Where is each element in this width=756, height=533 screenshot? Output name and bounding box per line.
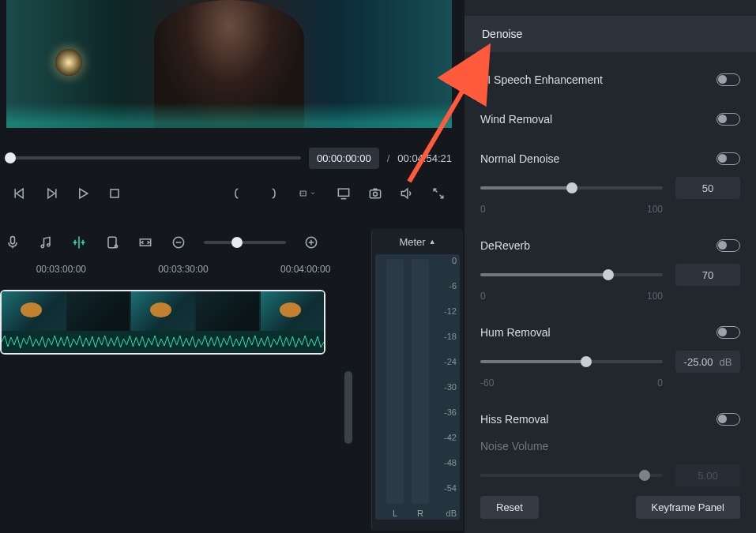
prev-frame-button[interactable] xyxy=(11,185,28,202)
svg-point-12 xyxy=(47,244,50,246)
clip-thumb xyxy=(131,291,194,331)
current-time[interactable]: 00:00:00:00 xyxy=(309,148,379,169)
music-note-icon[interactable] xyxy=(38,235,54,250)
cut-icon[interactable] xyxy=(71,235,87,250)
svg-point-11 xyxy=(41,245,43,247)
video-preview[interactable] xyxy=(6,0,452,128)
volume-icon[interactable] xyxy=(398,185,416,202)
hiss-removal-label: Hiss Removal xyxy=(480,413,548,426)
audio-track[interactable] xyxy=(2,331,324,353)
svg-rect-7 xyxy=(370,190,380,198)
play-forward-button[interactable] xyxy=(43,185,60,202)
reset-button[interactable]: Reset xyxy=(480,496,539,519)
wind-removal-toggle[interactable] xyxy=(717,113,740,126)
hum-removal-toggle[interactable] xyxy=(717,326,740,339)
hum-removal-slider[interactable] xyxy=(480,360,663,363)
normal-denoise-label: Normal Denoise xyxy=(480,152,559,165)
video-track[interactable] xyxy=(2,291,324,331)
mic-icon[interactable] xyxy=(5,235,21,250)
preview-content xyxy=(6,103,452,128)
clip-thumb xyxy=(66,291,130,331)
svg-rect-9 xyxy=(11,237,15,244)
zoom-slider[interactable] xyxy=(204,241,286,244)
meter-header[interactable]: Meter ▲ xyxy=(372,229,463,254)
mark-in-icon[interactable] xyxy=(231,185,248,202)
dereverb-value[interactable]: 70 xyxy=(675,264,740,286)
clip-thumb xyxy=(196,291,259,331)
slider-knob[interactable] xyxy=(581,356,592,367)
slider-knob[interactable] xyxy=(566,182,577,193)
meter-l-label: L xyxy=(386,509,404,518)
range-max: 100 xyxy=(647,204,663,215)
range-max: 100 xyxy=(647,291,663,302)
normal-denoise-value[interactable]: 50 xyxy=(675,177,740,199)
aspect-dropdown[interactable] xyxy=(294,185,321,202)
normal-denoise-slider[interactable] xyxy=(480,186,663,190)
time-separator: / xyxy=(387,152,390,164)
mark-out-icon[interactable] xyxy=(262,185,280,202)
range-min: 0 xyxy=(480,204,486,215)
normal-denoise-toggle[interactable] xyxy=(717,152,740,165)
dereverb-toggle[interactable] xyxy=(717,239,740,252)
fit-icon[interactable] xyxy=(137,235,153,250)
svg-rect-5 xyxy=(338,189,348,196)
duration: 00:04:54:21 xyxy=(397,152,452,164)
panel-header[interactable]: Denoise xyxy=(465,16,756,52)
dereverb-slider[interactable] xyxy=(480,273,663,276)
noise-volume-label: Noise Volume xyxy=(480,440,548,452)
stop-button[interactable] xyxy=(106,185,123,202)
hum-removal-label: Hum Removal xyxy=(480,326,551,339)
keyframe-panel-button[interactable]: Keyframe Panel xyxy=(636,496,741,519)
slider-knob[interactable] xyxy=(603,269,614,280)
dereverb-label: DeReverb xyxy=(480,239,530,252)
zoom-in-button[interactable] xyxy=(303,235,319,250)
timeline-clip[interactable] xyxy=(0,290,325,355)
preview-content xyxy=(55,49,82,76)
fullscreen-icon[interactable] xyxy=(430,185,447,202)
wind-removal-label: Wind Removal xyxy=(480,113,552,126)
meter-r-label: R xyxy=(412,509,429,518)
range-max: 0 xyxy=(657,377,663,388)
svg-rect-2 xyxy=(111,190,118,197)
ai-speech-toggle[interactable] xyxy=(717,73,740,86)
clip-thumb xyxy=(261,291,324,331)
playback-scrubber[interactable] xyxy=(6,156,301,160)
clip-thumb xyxy=(2,291,65,331)
timeline-ruler[interactable]: 00:03:00:00 00:03:30:00 00:04:00:00 xyxy=(0,264,367,284)
timeline-scrollbar[interactable] xyxy=(344,371,352,444)
display-icon[interactable] xyxy=(335,185,352,202)
noise-volume-value[interactable]: 5.00 xyxy=(675,464,740,486)
ai-speech-label: AI Speech Enhancement xyxy=(480,73,603,86)
meter-bar-left xyxy=(386,259,404,504)
meter-label: Meter xyxy=(399,236,425,248)
page-icon[interactable] xyxy=(104,235,120,250)
ruler-tick: 00:04:00:00 xyxy=(244,264,367,284)
panel-title: Denoise xyxy=(482,28,522,40)
scrubber-knob[interactable] xyxy=(5,152,16,163)
ruler-tick: 00:03:00:00 xyxy=(0,264,122,284)
zoom-knob[interactable] xyxy=(231,237,243,248)
meter-bar-right xyxy=(412,259,429,504)
range-min: 0 xyxy=(480,291,486,302)
snapshot-icon[interactable] xyxy=(367,185,384,202)
chevron-up-icon: ▲ xyxy=(429,238,436,246)
noise-volume-slider[interactable] xyxy=(480,474,663,477)
zoom-out-button[interactable] xyxy=(171,235,186,250)
play-button[interactable] xyxy=(74,185,92,202)
svg-point-8 xyxy=(374,192,378,196)
slider-knob[interactable] xyxy=(639,470,650,481)
audio-meter-panel: Meter ▲ 0 -6 -12 -18 -24 -30 -36 -42 -48… xyxy=(371,229,463,531)
hiss-removal-toggle[interactable] xyxy=(717,413,740,426)
denoise-panel: Denoise AI Speech Enhancement Wind Remov… xyxy=(465,0,756,533)
ruler-tick: 00:03:30:00 xyxy=(122,264,245,284)
hum-removal-value[interactable]: -25.00dB xyxy=(675,351,740,373)
meter-scale: 0 -6 -12 -18 -24 -30 -36 -42 -48 -54 dB xyxy=(434,256,457,518)
range-min: -60 xyxy=(480,377,494,388)
